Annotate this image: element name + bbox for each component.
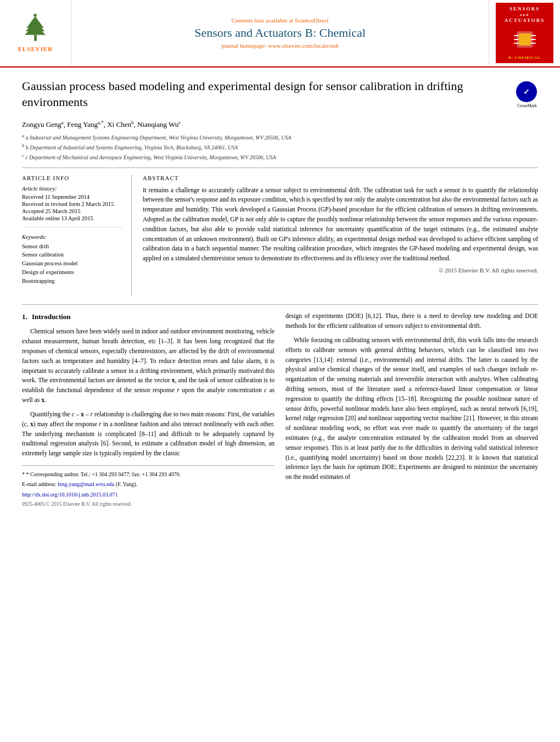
right-para-1: design of experiments (DOE) [6,12]. Thus… — [285, 311, 538, 331]
journal-header: ELSEVIER Contents lists available at Sci… — [0, 0, 560, 68]
right-para-2: While focusing on calibrating sensors wi… — [285, 336, 538, 482]
footnote-area: * * Corresponding author. Tel.: +1 304 2… — [22, 465, 275, 509]
crossmark-label: CrossMark — [516, 103, 538, 108]
footnote-email: E-mail address: feng.yang@mail.wvu.edu (… — [22, 480, 275, 489]
keyword-1: Sensor drift — [22, 242, 123, 251]
sensors-actuators-logo: SENSORS and ACTUATORS B: CHEMICAL — [496, 3, 553, 63]
body-right-col: design of experiments (DOE) [6,12]. Thus… — [285, 311, 538, 509]
keywords-label: Keywords: — [22, 234, 123, 240]
sensors-logo-text: SENSORS and ACTUATORS — [505, 6, 545, 24]
doi-line[interactable]: http://dx.doi.org/10.1016/j.snb.2015.03.… — [22, 490, 275, 499]
affiliation-b: b b Department of Industrial and Systems… — [22, 143, 538, 152]
footnote-star: * * Corresponding author. Tel.: +1 304 2… — [22, 470, 275, 479]
keyword-3: Gaussian process model — [22, 259, 123, 268]
article-header: Gaussian process based modeling and expe… — [22, 79, 538, 114]
abstract-text: It remains a challenge to accurately cal… — [143, 186, 538, 264]
abstract-panel: ABSTRACT It remains a challenge to accur… — [143, 175, 538, 297]
affiliation-c: c c Department of Mechanical and Aerospa… — [22, 153, 538, 161]
received-date: Received 11 September 2014 — [22, 194, 123, 200]
keyword-2: Sensor calibration — [22, 250, 123, 259]
keywords-section: Keywords: Sensor drift Sensor calibratio… — [22, 234, 123, 290]
available-date: Available online 13 April 2015 — [22, 215, 123, 221]
sciencedirect-label: Contents lists available at ScienceDirec… — [231, 17, 328, 24]
journal-header-center: Contents lists available at ScienceDirec… — [71, 0, 489, 66]
sensors-journal-ref: B: CHEMICAL — [508, 55, 541, 60]
intro-para-1: Chemical sensors have been widely used i… — [22, 327, 275, 405]
keywords-list: Sensor drift Sensor calibration Gaussian… — [22, 242, 123, 286]
issn-line: 0925-4005/© 2015 Elsevier B.V. All right… — [22, 500, 275, 509]
article-info-heading: ARTICLE INFO — [22, 175, 123, 181]
crossmark-badge[interactable]: ✓ CrossMark — [516, 81, 538, 103]
body-left-col: 1. Introduction Chemical sensors have be… — [22, 311, 275, 509]
keyword-5: Bootstrapping — [22, 277, 123, 286]
elsevier-logo: ELSEVIER — [0, 0, 71, 66]
affiliations: a a Industrial and Management Systems En… — [22, 133, 538, 162]
sensors-logo-area: SENSORS and ACTUATORS B: CHEMICAL — [489, 0, 560, 66]
main-content: Gaussian process based modeling and expe… — [0, 68, 560, 520]
keyword-4: Design of experiments — [22, 268, 123, 277]
copyright-line: © 2015 Elsevier B.V. All rights reserved… — [143, 267, 538, 274]
article-history: Article history: Received 11 September 2… — [22, 186, 123, 227]
article-info-abstract: ARTICLE INFO Article history: Received 1… — [22, 168, 538, 297]
svg-rect-6 — [519, 34, 531, 46]
body-content: 1. Introduction Chemical sensors have be… — [22, 304, 538, 509]
svg-rect-0 — [34, 35, 37, 41]
intro-para-2: Quantifying the c – x – r relationship i… — [22, 410, 275, 459]
section1-title: 1. Introduction — [22, 311, 275, 322]
abstract-heading: ABSTRACT — [143, 175, 538, 181]
accepted-date: Accepted 25 March 2015 — [22, 208, 123, 214]
elsevier-brand: ELSEVIER — [18, 46, 53, 52]
crossmark-icon: ✓ — [516, 81, 537, 102]
journal-homepage: journal homepage: www.elsevier.com/locat… — [221, 42, 339, 49]
article-title: Gaussian process based modeling and expe… — [22, 79, 505, 110]
authors-line: Zongyu Genga, Feng Yanga,*, Xi Chenb, Ni… — [22, 120, 538, 129]
revised-date: Received in revised form 2 March 2015 — [22, 201, 123, 207]
history-label: Article history: — [22, 186, 123, 192]
article-info-panel: ARTICLE INFO Article history: Received 1… — [22, 175, 132, 297]
svg-point-4 — [33, 14, 37, 17]
journal-title: Sensors and Actuators B: Chemical — [194, 26, 366, 40]
affiliation-a: a a Industrial and Management Systems En… — [22, 133, 538, 142]
